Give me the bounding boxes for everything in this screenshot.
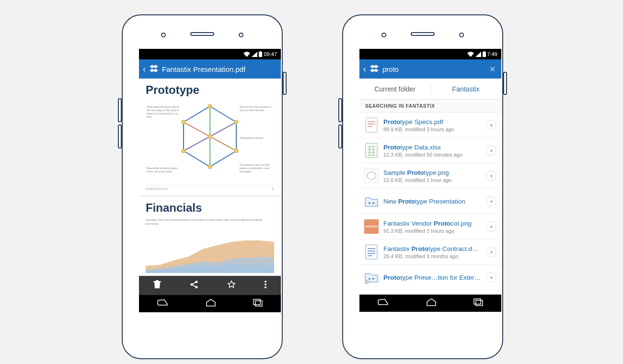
file-meta: 89.9 KB, modified 3 hours ago <box>383 126 481 132</box>
file-info: Fantastix Vendor Protocol.png91.3 KB, mo… <box>383 220 481 234</box>
dropbox-icon[interactable] <box>370 65 379 74</box>
clear-search-icon[interactable]: ✕ <box>487 65 497 74</box>
volume-up-button[interactable] <box>118 98 122 122</box>
file-meta: 12.0 KB, modified 1 hour ago <box>383 177 481 183</box>
back-icon[interactable]: ‹ <box>363 65 366 73</box>
file-info: Prototype Prese…tion for External <box>383 274 481 281</box>
status-time: 7:49 <box>487 51 497 57</box>
nav-back-icon[interactable] <box>378 298 389 308</box>
volume-down-button[interactable] <box>118 125 122 148</box>
power-button[interactable] <box>283 72 287 95</box>
chevron-down-icon[interactable]: ▾ <box>486 196 496 206</box>
android-nav-bar <box>359 295 501 312</box>
svg-rect-25 <box>368 124 375 125</box>
screen-left: 09:47 ‹ Fantastix Presentation.pdf Proto… <box>139 49 281 312</box>
nav-recent-icon[interactable] <box>473 298 483 308</box>
chevron-down-icon[interactable]: ▾ <box>486 120 496 130</box>
chevron-down-icon[interactable]: ▾ <box>486 272 496 283</box>
nav-back-icon[interactable] <box>157 298 169 309</box>
search-result-row[interactable]: Prototype Specs.pdf89.9 KB, modified 3 h… <box>359 113 501 138</box>
search-input[interactable] <box>382 65 484 73</box>
nav-home-icon[interactable] <box>426 298 437 308</box>
search-result-row[interactable]: Fantastix Prototype Contract.docx28.4 KB… <box>359 239 501 265</box>
footer-page-num: 2 <box>272 187 274 191</box>
file-name: Sample Prototype.png <box>383 169 481 176</box>
app-bar: ‹ Fantastix Presentation.pdf <box>139 59 281 79</box>
svg-text:ANTASTI: ANTASTI <box>365 225 378 228</box>
svg-rect-42 <box>474 299 481 304</box>
file-meta: 91.3 KB, modified 2 hours ago <box>383 228 481 234</box>
file-info: New Prototype Presentation <box>383 198 481 205</box>
hex-label-5: Fluorescent colors for the piping is sta… <box>240 163 273 173</box>
camera-icon <box>459 33 464 37</box>
android-nav-bar <box>139 295 281 312</box>
search-result-row[interactable]: New Prototype Presentation▾ <box>359 189 501 214</box>
nav-home-icon[interactable] <box>206 298 216 309</box>
search-result-row[interactable]: Sample Prototype.png12.0 KB, modified 1 … <box>359 163 501 189</box>
search-result-row[interactable]: Prototype Data.xlsx11.3 KB, modified 50 … <box>359 138 501 163</box>
svg-rect-1 <box>260 51 261 52</box>
footer-brand: FANTASTIX <box>146 187 168 191</box>
pdf-footer: FANTASTIX 2 <box>146 185 274 191</box>
search-results[interactable]: Prototype Specs.pdf89.9 KB, modified 3 h… <box>359 113 501 295</box>
svg-point-18 <box>265 286 266 288</box>
battery-icon <box>483 51 486 57</box>
chevron-down-icon[interactable]: ▾ <box>486 171 496 181</box>
file-info: Prototype Specs.pdf89.9 KB, modified 3 h… <box>383 118 481 132</box>
svg-point-11 <box>182 120 185 124</box>
hex-label-3: Transparent window <box>240 136 273 140</box>
file-name: Prototype Prese…tion for External <box>383 274 481 281</box>
sensor-icon <box>381 33 386 37</box>
svg-rect-26 <box>368 126 372 127</box>
tab-current-folder[interactable]: Current folder <box>359 79 430 99</box>
battery-icon <box>259 51 262 57</box>
page2-subtitle: Fantastix has seen overall growth and ad… <box>146 218 274 226</box>
tab-fantastix[interactable]: Fantastix <box>430 79 501 99</box>
file-meta: 11.3 KB, modified 50 minutes ago <box>383 152 481 158</box>
svg-rect-19 <box>254 299 260 305</box>
search-result-row[interactable]: ANTASTIFantastix Vendor Protocol.png91.3… <box>359 214 501 239</box>
power-button[interactable] <box>503 72 507 95</box>
file-type-icon <box>364 269 379 286</box>
svg-rect-36 <box>368 250 375 251</box>
file-name: Fantastix Prototype Contract.docx <box>383 245 481 252</box>
svg-point-10 <box>182 149 185 153</box>
appbar-title: Fantastix Presentation.pdf <box>162 65 277 73</box>
screen-right: 7:49 ‹ ✕ Current folder Fantastix SEARCH… <box>359 49 501 312</box>
svg-point-9 <box>208 165 212 169</box>
svg-rect-20 <box>255 301 262 306</box>
file-name: Prototype Data.xlsx <box>383 144 481 151</box>
financials-area-chart <box>146 230 274 273</box>
file-name: Prototype Specs.pdf <box>383 118 481 125</box>
svg-rect-22 <box>484 51 485 52</box>
volume-up-button[interactable] <box>338 98 342 122</box>
more-icon[interactable] <box>265 281 266 290</box>
share-icon[interactable] <box>190 280 198 291</box>
svg-point-31 <box>372 202 374 204</box>
volume-down-button[interactable] <box>338 125 342 148</box>
star-icon[interactable] <box>227 280 236 291</box>
dropbox-icon[interactable] <box>150 65 158 74</box>
search-result-row[interactable]: Prototype Prese…tion for External▾ <box>359 265 501 290</box>
svg-point-40 <box>372 278 374 280</box>
svg-rect-24 <box>368 121 375 122</box>
trash-icon[interactable] <box>153 280 161 291</box>
sensor-icon <box>161 33 166 37</box>
file-name: New Prototype Presentation <box>383 198 481 205</box>
chevron-down-icon[interactable]: ▾ <box>486 221 496 232</box>
pdf-viewer[interactable]: Prototype <box>139 79 281 276</box>
hex-label-4: Reversible bonding means users can wash … <box>147 167 180 173</box>
svg-point-6 <box>208 104 212 108</box>
nav-recent-icon[interactable] <box>253 299 263 308</box>
svg-rect-23 <box>366 118 377 132</box>
back-icon[interactable]: ‹ <box>143 65 146 73</box>
file-type-icon <box>364 167 379 184</box>
chevron-down-icon[interactable]: ▾ <box>486 247 496 257</box>
status-bar: 7:49 <box>359 49 501 59</box>
camera-icon <box>239 33 243 37</box>
svg-rect-28 <box>365 169 378 182</box>
file-info: Sample Prototype.png12.0 KB, modified 1 … <box>383 169 481 183</box>
file-type-icon <box>364 243 379 261</box>
chevron-down-icon[interactable]: ▾ <box>486 145 496 156</box>
pdf-page-1: Prototype <box>139 79 281 195</box>
